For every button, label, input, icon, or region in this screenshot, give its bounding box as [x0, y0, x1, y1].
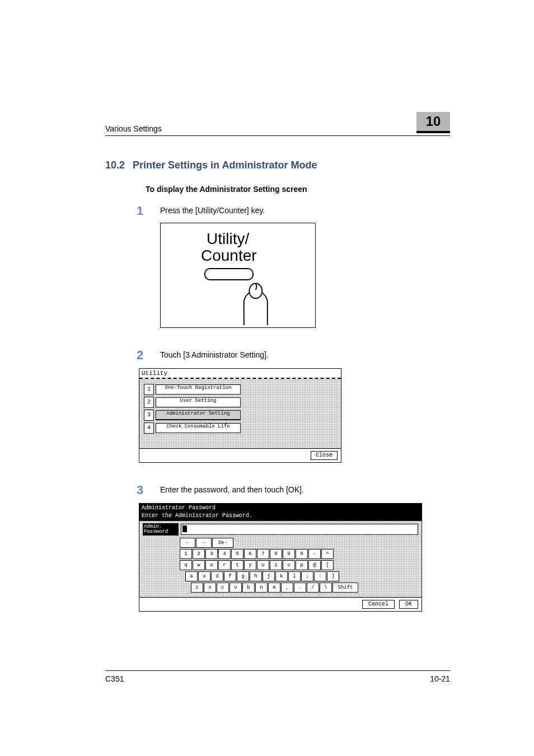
- ok-button[interactable]: OK: [399, 600, 418, 609]
- arrow-left-key[interactable]: ←: [180, 538, 195, 548]
- admin-password-screenshot: Administrator Password Enter the Adminis…: [139, 503, 422, 612]
- hand-icon: [228, 278, 278, 326]
- admin-password-subtitle: Enter the Administrator Password.: [139, 513, 421, 521]
- cancel-button[interactable]: Cancel: [362, 600, 395, 609]
- keyboard-key[interactable]: k: [275, 571, 288, 581]
- close-button[interactable]: Close: [311, 451, 338, 460]
- keyboard-key[interactable]: 2: [193, 549, 205, 559]
- utility-counter-label-line2: Counter: [201, 247, 257, 265]
- delete-key[interactable]: De- lete: [212, 538, 233, 548]
- keyboard-key[interactable]: ,: [281, 583, 293, 593]
- utility-menu-item[interactable]: 1 One-Touch Registration: [144, 384, 336, 395]
- keyboard-key[interactable]: a: [185, 571, 198, 581]
- chapter-number-box: 10: [416, 112, 450, 133]
- keyboard-key[interactable]: ;: [301, 571, 313, 581]
- step-3: 3 Enter the password, and then touch [OK…: [137, 483, 450, 497]
- utility-counter-illustration: Utility/ Counter: [160, 223, 316, 328]
- keyboard-key[interactable]: 4: [218, 549, 231, 559]
- utility-menu-screenshot: Utility 1 One-Touch Registration 2 User …: [139, 368, 341, 463]
- step-2: 2 Touch [3 Administrator Setting].: [137, 348, 450, 363]
- step-text: Touch [3 Administrator Setting].: [160, 348, 269, 359]
- keyboard-key[interactable]: r: [218, 560, 231, 570]
- svg-point-0: [249, 284, 262, 299]
- footer-pagefolio: 10-21: [430, 674, 450, 683]
- keyboard-key[interactable]: z: [191, 583, 203, 593]
- section-heading: 10.2 Printer Settings in Administrator M…: [105, 159, 450, 171]
- keyboard-key[interactable]: ]: [327, 571, 339, 581]
- step-number: 3: [137, 483, 147, 497]
- keyboard-key[interactable]: -: [308, 549, 321, 559]
- keyboard-key[interactable]: @: [308, 560, 321, 570]
- menu-item-number: 2: [144, 397, 154, 408]
- admin-password-field-label: Admin. Password: [143, 523, 179, 536]
- keyboard-key[interactable]: 7: [257, 549, 269, 559]
- keyboard-key[interactable]: 6: [244, 549, 256, 559]
- running-head-line: Various Settings 10: [105, 112, 450, 136]
- keyboard-key[interactable]: v: [229, 583, 242, 593]
- step-text: Enter the password, and then touch [OK].: [160, 483, 304, 494]
- keyboard-key[interactable]: 5: [231, 549, 243, 559]
- section-number: 10.2: [105, 159, 125, 171]
- keyboard-key[interactable]: w: [193, 560, 205, 570]
- keyboard-key[interactable]: b: [242, 583, 255, 593]
- keyboard-key[interactable]: i: [270, 560, 282, 570]
- keyboard-key[interactable]: x: [204, 583, 216, 593]
- keyboard-key[interactable]: /: [307, 583, 319, 593]
- keyboard-key[interactable]: s: [198, 571, 210, 581]
- keyboard-key[interactable]: g: [237, 571, 249, 581]
- keyboard-key[interactable]: h: [250, 571, 262, 581]
- menu-item-number: 4: [144, 422, 154, 434]
- keyboard-key[interactable]: l: [288, 571, 301, 581]
- keyboard-row-numbers: 1 2 3 4 5 6 7 8 9 0 - ^: [180, 549, 418, 559]
- menu-item-label: Check Consumable Life: [156, 423, 241, 433]
- keyboard-key[interactable]: u: [257, 560, 269, 570]
- keyboard-key[interactable]: f: [224, 571, 236, 581]
- keyboard-row-q: q w e r t y u i o p @ [: [180, 560, 418, 570]
- text-cursor-icon: [182, 525, 187, 532]
- keyboard-key[interactable]: d: [211, 571, 223, 581]
- utility-menu-item[interactable]: 3 Administrator Setting: [144, 410, 336, 421]
- keyboard-key[interactable]: :: [314, 571, 326, 581]
- step-number: 1: [137, 204, 147, 218]
- section-title: Printer Settings in Administrator Mode: [133, 159, 317, 171]
- keyboard-key[interactable]: c: [217, 583, 229, 593]
- shift-key[interactable]: Shift: [332, 583, 358, 593]
- keyboard-key[interactable]: m: [268, 583, 280, 593]
- admin-password-input[interactable]: [181, 524, 418, 535]
- menu-item-label: User Setting: [156, 397, 241, 407]
- keyboard-key[interactable]: p: [296, 560, 308, 570]
- keyboard-key[interactable]: 8: [270, 549, 282, 559]
- menu-item-number: 1: [144, 384, 154, 395]
- keyboard-row-z: z x c v b n m , . / \ Shift: [191, 583, 418, 593]
- keyboard-key[interactable]: e: [205, 560, 218, 570]
- running-head-text: Various Settings: [105, 124, 162, 133]
- step-1: 1 Press the [Utility/Counter] key.: [137, 204, 450, 218]
- keyboard-key[interactable]: 1: [180, 549, 192, 559]
- keyboard-key[interactable]: j: [263, 571, 275, 581]
- step-number: 2: [137, 348, 147, 363]
- utility-menu-item[interactable]: 4 Check Consumable Life: [144, 422, 336, 434]
- keyboard-key[interactable]: [: [321, 560, 334, 570]
- keyboard-key[interactable]: n: [255, 583, 268, 593]
- keyboard-key[interactable]: t: [231, 560, 243, 570]
- keyboard-key[interactable]: ^: [321, 549, 334, 559]
- utility-counter-label-line1: Utility/: [207, 230, 249, 248]
- keyboard-key[interactable]: 0: [296, 549, 308, 559]
- admin-password-title: Administrator Password: [139, 504, 421, 513]
- subheading: To display the Administrator Setting scr…: [146, 185, 450, 194]
- step-text: Press the [Utility/Counter] key.: [160, 204, 265, 215]
- footer-model: C351: [105, 674, 124, 683]
- keyboard-key[interactable]: y: [244, 560, 256, 570]
- menu-item-label: One-Touch Registration: [156, 384, 241, 395]
- keyboard-key[interactable]: .: [294, 583, 306, 593]
- menu-item-number: 3: [144, 410, 154, 421]
- keyboard-key[interactable]: 3: [205, 549, 218, 559]
- keyboard-key[interactable]: \: [320, 583, 332, 593]
- arrow-right-key[interactable]: →: [196, 538, 212, 548]
- keyboard-key[interactable]: o: [283, 560, 295, 570]
- utility-menu-item[interactable]: 2 User Setting: [144, 397, 336, 408]
- keyboard-key[interactable]: 9: [283, 549, 295, 559]
- page-footer: C351 10-21: [105, 670, 450, 683]
- utility-menu-title: Utility: [139, 369, 341, 379]
- keyboard-key[interactable]: q: [180, 560, 192, 570]
